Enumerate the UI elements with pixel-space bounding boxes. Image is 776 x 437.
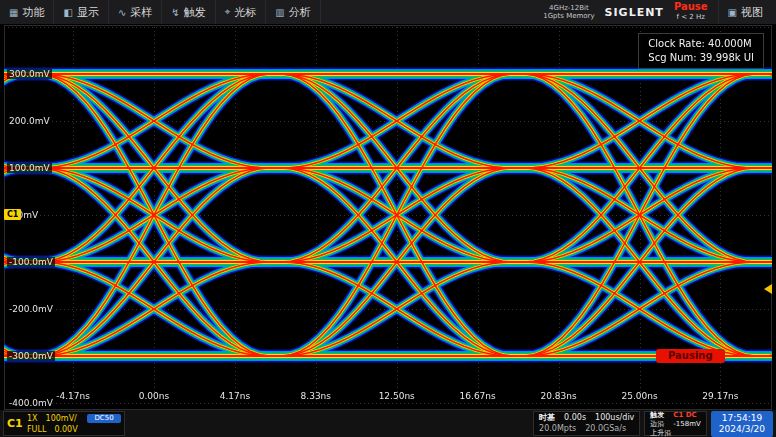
channel1-coupling-badge: DC50: [87, 414, 121, 423]
clock-rate-readout: Clock Rate: 40.000M: [648, 37, 754, 51]
x-axis-label: 4.17ns: [213, 391, 257, 401]
x-axis-label: 20.83ns: [537, 391, 581, 401]
trigger-level-value: -158mV: [673, 420, 701, 428]
channel1-info-box[interactable]: C1 1X 100mV/ DC50 FULL 0.00V: [3, 411, 125, 436]
scope-spec-text: 4GHz-12Bit 1Gpts Memory: [543, 4, 594, 20]
trigger-level-marker[interactable]: [764, 284, 772, 294]
x-axis-label: 29.17ns: [698, 391, 742, 401]
menu-item-analysis[interactable]: ▥ 分析: [266, 0, 320, 24]
x-axis-label: 0.00ns: [132, 391, 176, 401]
brand-logo: SIGLENT: [605, 6, 664, 19]
channel1-offset-marker[interactable]: C1: [4, 209, 21, 220]
timebase-info-box[interactable]: 时基 0.00s 100us/div 20.0Mpts 20.0GSa/s: [533, 411, 640, 436]
trigger-label: 触发: [650, 411, 664, 419]
y-axis-label: -300.0mV: [7, 351, 55, 361]
scope-bandwidth-spec: 4GHz-12Bit: [543, 4, 594, 12]
x-axis-label: -4.17ns: [51, 391, 95, 401]
menu-item-cursor[interactable]: ⌖ 光标: [216, 0, 267, 24]
menu-item-view-label: 视图: [741, 5, 763, 20]
trigger-info-box[interactable]: 触发 C1 DC 边沿 -158mV 上升沿: [644, 411, 707, 436]
trigger-type: 边沿: [650, 420, 664, 428]
trigger-slope: 上升沿: [650, 429, 671, 437]
y-axis-label: 200.0mV: [7, 116, 52, 126]
scope-memory-spec: 1Gpts Memory: [543, 12, 594, 20]
pausing-badge: Pausing: [656, 349, 725, 363]
trigger-frequency-counter: f < 2 Hz: [674, 12, 708, 22]
clock-time: 17:54:19: [719, 413, 765, 424]
menu-bar-right: 4GHz-12Bit 1Gpts Memory SIGLENT Pause f …: [543, 0, 776, 24]
function-grid-icon: ▦: [9, 7, 18, 18]
channel1-vertical-scale: 100mV/: [46, 414, 77, 423]
x-axis-label: 16.67ns: [456, 391, 500, 401]
y-axis-label: -100.0mV: [7, 257, 55, 267]
menu-item-trigger-label: 触发: [184, 5, 206, 20]
channel1-offset-value: 0.00V: [54, 425, 77, 434]
menu-item-cursor-label: 光标: [234, 5, 256, 20]
menu-item-view[interactable]: ▣ 视图: [718, 0, 772, 24]
menu-bar: ▦ 功能 ◧ 显示 ∿ 采样 ↯ 触发 ⌖ 光标 ▥ 分析 4GHz-12Bit…: [0, 0, 776, 25]
statusbar-spacer: [129, 411, 529, 436]
view-layout-icon: ▣: [728, 7, 737, 18]
menu-item-acquire[interactable]: ∿ 采样: [109, 0, 162, 24]
menu-item-analysis-label: 分析: [289, 5, 311, 20]
y-axis-label: 300.0mV: [7, 69, 52, 79]
menu-item-display-label: 显示: [77, 5, 99, 20]
y-axis-label: -400.0mV: [7, 398, 55, 408]
timebase-memory-depth: 20.0Mpts: [539, 424, 576, 434]
channel1-label: C1: [7, 417, 27, 430]
acquisition-status-box: Pause f < 2 Hz: [674, 2, 708, 22]
menu-item-function-label: 功能: [22, 5, 44, 20]
menu-item-acquire-label: 采样: [130, 5, 152, 20]
channel1-probe-atten: 1X: [27, 414, 38, 423]
display-icon: ◧: [63, 7, 72, 18]
trigger-bolt-icon: ↯: [171, 7, 179, 18]
acquire-wave-icon: ∿: [118, 7, 126, 18]
menu-item-function[interactable]: ▦ 功能: [0, 0, 54, 24]
x-axis-label: 8.33ns: [294, 391, 338, 401]
menu-item-trigger[interactable]: ↯ 触发: [162, 0, 215, 24]
clock-date: 2024/3/20: [719, 424, 765, 435]
analysis-icon: ▥: [275, 7, 284, 18]
timebase-scale: 100us/div: [595, 413, 634, 423]
x-axis-label: 25.00ns: [618, 391, 662, 401]
timebase-sample-rate: 20.0GSa/s: [585, 424, 626, 434]
channel1-bandwidth: FULL: [27, 425, 46, 434]
eye-measurement-info-box: Clock Rate: 40.000M Scg Num: 39.998k UI: [638, 33, 764, 69]
datetime-box: 17:54:19 2024/3/20: [711, 411, 773, 437]
acquisition-status[interactable]: Pause: [674, 2, 708, 12]
y-axis-label: 100.0mV: [7, 163, 52, 173]
cursor-crosshair-icon: ⌖: [225, 6, 231, 18]
y-axis-label: -200.0mV: [7, 304, 55, 314]
status-bar: C1 1X 100mV/ DC50 FULL 0.00V 时基 0.00s 10…: [0, 410, 776, 437]
timebase-label: 时基: [539, 413, 555, 423]
trigger-source: C1 DC: [673, 411, 696, 419]
waveform-display-area[interactable]: 300.0mV200.0mV100.0mV0.0mV-100.0mV-200.0…: [4, 25, 772, 410]
ui-count-readout: Scg Num: 39.998k UI: [648, 51, 754, 65]
x-axis-label: 12.50ns: [375, 391, 419, 401]
timebase-delay: 0.00s: [564, 413, 586, 423]
menu-item-display[interactable]: ◧ 显示: [54, 0, 108, 24]
